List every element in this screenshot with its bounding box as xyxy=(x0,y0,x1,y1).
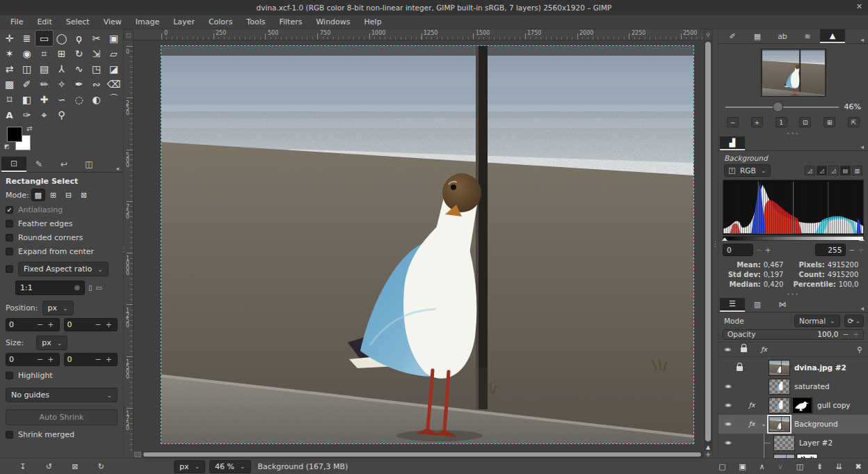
minus-icon[interactable]: − xyxy=(35,320,45,329)
rotate-tool-icon[interactable]: ↻ xyxy=(70,46,88,61)
range-low-marker[interactable] xyxy=(722,237,728,241)
dock-menu-icon[interactable]: ◂ xyxy=(858,143,867,150)
layer-name[interactable]: saturated xyxy=(794,382,830,390)
expand-chevron-icon[interactable]: ⌄ xyxy=(759,420,769,427)
unit-dropdown[interactable]: px ⌄ xyxy=(174,460,205,473)
range-high-marker[interactable] xyxy=(859,237,865,241)
menu-help[interactable]: Help xyxy=(358,16,388,28)
anchor-layer-icon[interactable]: ⇊ xyxy=(836,462,842,471)
rectangle-select-tool-icon[interactable]: ▭ xyxy=(35,31,53,46)
layer-row[interactable]: ◉ ƒx gull copy xyxy=(718,396,868,415)
default-colors-icon[interactable]: ◩ xyxy=(4,143,10,150)
plus-icon[interactable]: + xyxy=(858,246,864,254)
tab-gradients-icon[interactable]: ≋ xyxy=(795,29,820,43)
vertical-scrollbar-thumb[interactable] xyxy=(705,42,711,441)
shear-tool-icon[interactable]: ▱ xyxy=(105,46,122,61)
fuzzy-select-tool-icon[interactable]: ✶ xyxy=(1,46,18,61)
range-low-input[interactable]: 0 xyxy=(723,244,753,256)
n-point-deformation-tool-icon[interactable]: ⅄ xyxy=(53,61,70,77)
unified-transform-tool-icon[interactable]: ⊞ xyxy=(53,46,70,61)
plus-icon[interactable]: + xyxy=(45,320,56,329)
blur-sharpen-tool-icon[interactable]: ◌ xyxy=(70,92,88,107)
horizontal-ruler[interactable]: 0 250 500 750 1000 1250 1500 1750 2000 2… xyxy=(134,29,704,40)
ruler-origin-button[interactable]: ▢ xyxy=(124,29,134,40)
size-width-input[interactable]: 0 −+ xyxy=(6,353,60,366)
menu-windows[interactable]: Windows xyxy=(310,16,356,28)
minus-icon[interactable]: − xyxy=(842,330,849,338)
foreground-select-tool-icon[interactable]: ▣ xyxy=(105,31,122,46)
zoom-corner-icon[interactable]: ⚲ xyxy=(704,29,712,40)
layer-search-icon[interactable]: ⚲ xyxy=(857,345,862,354)
non-linear-toggle-icon[interactable]: ◿ xyxy=(828,166,839,175)
paths-tool-icon[interactable]: ⌒ xyxy=(105,92,122,107)
tab-paths-icon[interactable]: ⋈ xyxy=(770,298,795,312)
mode-intersect-button[interactable]: ⊠ xyxy=(78,189,90,200)
horizontal-scrollbar[interactable] xyxy=(134,451,704,458)
zoom-in-button[interactable]: + xyxy=(751,117,763,127)
auto-shrink-button[interactable]: Auto Shrink xyxy=(6,409,118,425)
fit-image-button[interactable]: ⊡ xyxy=(799,117,811,127)
layer-mask-thumbnail[interactable] xyxy=(791,397,813,413)
layer-thumbnail[interactable] xyxy=(773,454,795,458)
layer-row[interactable]: ◉ Layer #2 xyxy=(718,434,868,452)
new-layer-group-icon[interactable]: ▣ xyxy=(739,462,746,471)
navigation-preview[interactable] xyxy=(718,44,868,100)
linear-toggle-icon[interactable]: ◿ xyxy=(805,166,815,175)
fixed-aspect-dropdown[interactable]: Fixed Aspect ratio ⌄ xyxy=(18,262,108,276)
duplicate-layer-icon[interactable]: ◫ xyxy=(796,462,803,471)
zoom-slider[interactable] xyxy=(725,106,839,108)
fill-window-button[interactable]: ⊞ xyxy=(823,117,835,127)
zoom-dropdown[interactable]: 46 % ⌄ xyxy=(209,460,251,473)
shrink-wrap-button[interactable]: ⇱ xyxy=(848,117,860,127)
layer-name[interactable]: Background xyxy=(794,420,838,428)
position-y-input[interactable]: 0 −+ xyxy=(64,318,118,331)
eye-icon[interactable]: ◉ xyxy=(725,402,732,408)
rounded-corners-checkbox[interactable] xyxy=(6,234,13,242)
heal-tool-icon[interactable]: ✚ xyxy=(35,92,53,107)
tab-brushes-icon[interactable]: ✐ xyxy=(720,29,745,43)
layer-name[interactable]: healing xyxy=(822,457,849,458)
swap-colors-icon[interactable]: ⇄ xyxy=(26,125,32,132)
menu-select[interactable]: Select xyxy=(60,16,96,28)
image-viewport[interactable] xyxy=(134,40,704,451)
fx-badge[interactable]: ƒx xyxy=(745,420,759,427)
mypaint-brush-tool-icon[interactable]: ∾ xyxy=(88,77,105,92)
merge-down-icon[interactable]: ⇟ xyxy=(817,462,823,471)
blend-space-button[interactable]: ⟳ ⌄ xyxy=(844,315,864,327)
text-tool-icon[interactable]: A xyxy=(1,107,18,123)
dock-menu-icon[interactable]: ◂ xyxy=(858,36,867,43)
tab-histogram-icon[interactable]: ▟ xyxy=(720,136,745,150)
scissors-select-tool-icon[interactable]: ✂ xyxy=(88,31,105,46)
plus-icon[interactable]: + xyxy=(853,330,859,338)
scroll-arrow-icon[interactable]: ▲ xyxy=(704,444,712,450)
tab-device-status-icon[interactable]: ✎ xyxy=(26,157,51,172)
zoom-out-button[interactable]: − xyxy=(727,117,739,127)
highlight-checkbox[interactable] xyxy=(6,372,13,379)
mode-add-button[interactable]: ⊞ xyxy=(47,189,60,200)
quick-mask-toggle[interactable] xyxy=(134,452,141,457)
channel-dropdown[interactable]: I RGB ⌄ xyxy=(724,164,771,177)
tab-pointer-icon[interactable]: ▲ xyxy=(820,29,845,43)
tab-undo-history-icon[interactable]: ↩ xyxy=(51,157,77,172)
layer-mode-dropdown[interactable]: Normal ⌄ xyxy=(794,315,840,327)
portrait-icon[interactable]: ▯ xyxy=(88,284,93,292)
eye-icon[interactable]: ◉ xyxy=(725,384,732,389)
layer-row[interactable]: ◉ saturated xyxy=(718,377,868,396)
save-tool-preset-icon[interactable]: ↧ xyxy=(19,462,26,471)
new-layer-icon[interactable]: ▢ xyxy=(718,462,725,471)
tab-fonts-icon[interactable]: ab xyxy=(770,29,795,43)
padlock-icon[interactable] xyxy=(734,363,745,372)
mode-subtract-button[interactable]: ⊟ xyxy=(63,189,75,200)
expand-from-center-checkbox[interactable] xyxy=(6,248,13,255)
raise-layer-icon[interactable]: ∧ xyxy=(759,462,764,471)
tab-layers-icon[interactable]: ☰ xyxy=(720,298,745,312)
dock-menu-icon[interactable]: ◂ xyxy=(113,165,122,172)
cage-transform-tool-icon[interactable]: ◳ xyxy=(88,61,105,77)
plus-icon[interactable]: + xyxy=(104,320,114,329)
zoom-tool-icon[interactable]: ⚲ xyxy=(53,107,70,123)
bucket-fill-tool-icon[interactable]: ◪ xyxy=(105,61,122,77)
histogram-graph[interactable] xyxy=(723,180,864,235)
minus-icon[interactable]: − xyxy=(93,355,104,364)
layer-name[interactable]: dvina.jpg #2 xyxy=(794,363,846,372)
range-high-input[interactable]: 255 xyxy=(815,244,846,256)
